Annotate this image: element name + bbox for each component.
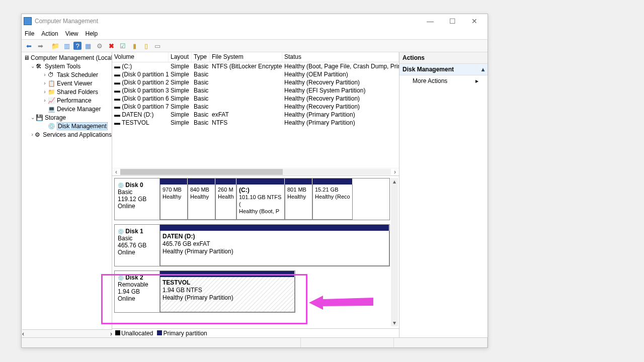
tree-performance[interactable]: ›📈Performance	[42, 96, 112, 105]
actions-section[interactable]: Disk Management▴	[399, 64, 488, 75]
legend-swatch-unallocated	[115, 330, 120, 335]
menu-view[interactable]: View	[65, 30, 78, 37]
disk-graphic-pane: ▴ ▾ 💿 Disk 0 Basic 119.12 GB Online	[112, 176, 399, 328]
disk-0-partition[interactable]: 801 MBHealthy	[285, 185, 312, 220]
menubar: File Action View Help	[22, 28, 488, 39]
col-filesystem[interactable]: File System	[210, 52, 282, 62]
tree-disk-management[interactable]: 💿Disk Management	[42, 122, 112, 130]
tree-root[interactable]: 🖥Computer Management (Local	[24, 53, 112, 62]
col-status[interactable]: Status	[282, 52, 399, 62]
volume-row[interactable]: ▬ TESTVOLSimpleBasicNTFSHealthy (Primary…	[112, 119, 399, 127]
volume-row[interactable]: ▬ (Disk 0 partition 7)SimpleBasicHealthy…	[112, 103, 399, 111]
forward-icon[interactable]: ➡	[35, 41, 45, 51]
volume-row[interactable]: ▬ (Disk 0 partition 2)SimpleBasicHealthy…	[112, 78, 399, 86]
maximize-button[interactable]: ☐	[441, 14, 463, 28]
tree-event-viewer[interactable]: ›📋Event Viewer	[42, 79, 112, 87]
app-icon	[24, 17, 32, 25]
tree-device-manager[interactable]: 💻Device Manager	[42, 105, 112, 113]
help-icon[interactable]: ?	[73, 42, 82, 50]
disk-0-partition[interactable]: (C:)101.10 GB NTFS (Healthy (Boot, P	[236, 185, 285, 220]
tree-task-scheduler[interactable]: ›⏱Task Scheduler	[42, 70, 112, 79]
menu-file[interactable]: File	[25, 30, 34, 37]
tree-hscroll[interactable]: ‹›	[22, 329, 112, 337]
disk-vscroll[interactable]: ▴ ▾	[391, 178, 398, 326]
scroll-right-icon[interactable]: ›	[391, 168, 399, 175]
scroll-left-icon[interactable]: ‹	[112, 168, 120, 175]
volume-hscroll[interactable]: ‹ ›	[112, 168, 399, 176]
disk-0-partition[interactable]: 970 MBHealthy	[160, 185, 188, 220]
legend-unallocated: Unallocated	[121, 330, 153, 337]
legend: Unallocated Primary partition	[112, 328, 399, 337]
menu-help[interactable]: Help	[86, 30, 98, 37]
tree-pane: 🖥Computer Management (Local ⌄🛠System Too…	[22, 52, 112, 337]
tree-services-apps[interactable]: ›⚙Services and Applications	[30, 130, 112, 139]
disk-2-info: 💿 Disk 2 Removable 1.94 GB Online	[115, 271, 160, 312]
delete-icon[interactable]: ✖	[106, 41, 116, 51]
tool-icon-3[interactable]: ▭	[152, 41, 163, 51]
collapse-icon: ▴	[481, 66, 485, 73]
middle-pane: Volume Layout Type File System Status ▬ …	[112, 52, 399, 337]
disk-2-block[interactable]: 💿 Disk 2 Removable 1.94 GB Online TESTVO…	[114, 270, 295, 313]
tool-icon-1[interactable]: ▮	[129, 41, 139, 51]
volume-row[interactable]: ▬ (Disk 0 partition 3)SimpleBasicHealthy…	[112, 86, 399, 95]
disk-1-block[interactable]: 💿 Disk 1 Basic 465.76 GB Online DATEN (D…	[114, 224, 390, 266]
check-icon[interactable]: ☑	[118, 41, 128, 51]
legend-swatch-primary	[157, 330, 162, 335]
settings-icon[interactable]: ⚙	[95, 41, 105, 51]
legend-primary: Primary partition	[163, 330, 207, 337]
col-volume[interactable]: Volume	[112, 52, 169, 62]
disk-0-partition[interactable]: 840 MBHealthy	[188, 185, 215, 220]
show-hide-icon[interactable]: ▥	[62, 41, 72, 51]
disk-0-block[interactable]: 💿 Disk 0 Basic 119.12 GB Online 970 MBHe…	[114, 178, 390, 220]
volume-row[interactable]: ▬ (Disk 0 partition 1)SimpleBasicHealthy…	[112, 70, 399, 78]
volume-row[interactable]: ▬ DATEN (D:)SimpleBasicexFATHealthy (Pri…	[112, 111, 399, 119]
actions-heading: Actions	[399, 52, 488, 64]
col-layout[interactable]: Layout	[169, 52, 192, 62]
window-title: Computer Management	[35, 18, 98, 25]
toolbar: ⬅ ➡ 📁 ▥ ? ▦ ⚙ ✖ ☑ ▮ ▯ ▭	[22, 39, 488, 52]
volume-row[interactable]: ▬ (Disk 0 partition 6)SimpleBasicHealthy…	[112, 95, 399, 103]
volume-header: Volume Layout Type File System Status	[112, 52, 399, 62]
minimize-button[interactable]: —	[419, 14, 441, 28]
disk-0-partition[interactable]: 15.21 GBHealthy (Reco	[312, 185, 353, 220]
close-button[interactable]: ✕	[463, 14, 486, 28]
up-icon[interactable]: 📁	[50, 41, 60, 51]
window: Computer Management — ☐ ✕ File Action Vi…	[21, 14, 488, 348]
tree-shared-folders[interactable]: ›📁Shared Folders	[42, 87, 112, 96]
disk-0-partition[interactable]: 260 MHealth	[215, 185, 236, 220]
disk-2-partition[interactable]: TESTVOL 1.94 GB NTFS Healthy (Primary Pa…	[160, 277, 295, 312]
volume-list: ▬ (C:)SimpleBasicNTFS (BitLocker Encrypt…	[112, 62, 399, 168]
volume-row[interactable]: ▬ (C:)SimpleBasicNTFS (BitLocker Encrypt…	[112, 62, 399, 70]
disk-1-info: 💿 Disk 1 Basic 465.76 GB Online	[115, 225, 160, 266]
menu-action[interactable]: Action	[41, 30, 58, 37]
refresh-icon[interactable]: ▦	[83, 41, 93, 51]
actions-pane: Actions Disk Management▴ More Actions▸	[399, 52, 488, 337]
tree-system-tools[interactable]: ⌄🛠System Tools	[30, 62, 112, 70]
tool-icon-2[interactable]: ▯	[141, 41, 151, 51]
tree-storage[interactable]: ⌄💾Storage	[30, 113, 112, 122]
col-type[interactable]: Type	[192, 52, 210, 62]
submenu-icon: ▸	[475, 77, 478, 84]
titlebar: Computer Management — ☐ ✕	[22, 14, 488, 28]
statusbar	[22, 337, 488, 347]
actions-more[interactable]: More Actions▸	[399, 75, 488, 86]
back-icon[interactable]: ⬅	[24, 41, 34, 51]
disk-1-partition[interactable]: DATEN (D:) 465.76 GB exFAT Healthy (Prim…	[160, 231, 389, 266]
disk-0-info: 💿 Disk 0 Basic 119.12 GB Online	[115, 178, 160, 220]
